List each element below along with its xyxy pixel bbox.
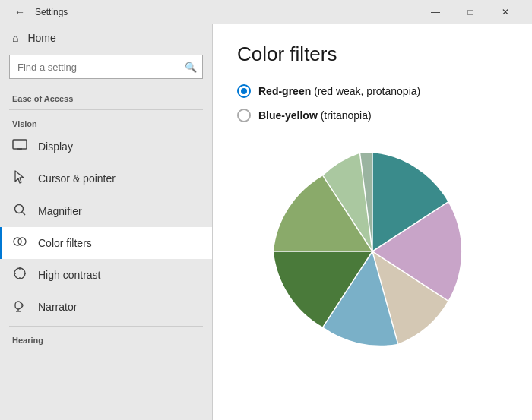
sidebar: ⌂ Home 🔍 Ease of Access Vision Display [0, 24, 213, 420]
high-contrast-label: High contrast [38, 269, 100, 281]
svg-point-7 [14, 268, 25, 279]
radio-blue-yellow-indicator [237, 109, 251, 122]
sidebar-item-magnifier[interactable]: Magnifier [0, 195, 212, 227]
svg-point-3 [15, 205, 24, 213]
radio-red-green[interactable]: Red-green (red weak, protanopia) [237, 84, 508, 98]
sidebar-home[interactable]: ⌂ Home [0, 24, 212, 52]
narrator-label: Narrator [38, 301, 77, 313]
vision-heading: Vision [0, 113, 212, 131]
cursor-icon [12, 169, 27, 188]
high-contrast-icon [12, 267, 27, 283]
svg-rect-12 [15, 302, 21, 309]
pie-chart-container [237, 137, 508, 365]
title-bar: ← Settings — □ ✕ [0, 0, 532, 24]
ease-of-access-heading: Ease of Access [0, 88, 212, 106]
close-button[interactable]: ✕ [488, 0, 523, 24]
radio-blue-yellow[interactable]: Blue-yellow (tritanopia) [237, 109, 508, 122]
display-label: Display [38, 141, 73, 153]
narrator-icon [12, 298, 27, 315]
maximize-button[interactable]: □ [453, 0, 488, 24]
svg-point-6 [18, 238, 26, 245]
window-controls: — □ ✕ [418, 0, 523, 24]
sidebar-item-narrator[interactable]: Narrator [0, 291, 212, 323]
back-button[interactable]: ← [9, 2, 30, 23]
sidebar-item-color-filters[interactable]: Color filters [0, 227, 212, 259]
svg-line-4 [23, 213, 26, 216]
svg-rect-0 [13, 140, 27, 149]
search-input[interactable] [9, 55, 203, 79]
radio-red-green-label: Red-green (red weak, protanopia) [258, 85, 420, 97]
main-layout: ⌂ Home 🔍 Ease of Access Vision Display [0, 24, 532, 420]
app-title: Settings [35, 7, 418, 17]
magnifier-label: Magnifier [38, 205, 82, 217]
cursor-label: Cursor & pointer [38, 172, 116, 185]
sidebar-item-high-contrast[interactable]: High contrast [0, 259, 212, 291]
search-icon: 🔍 [185, 62, 197, 73]
content-area: Color filters Red-green (red weak, prota… [213, 24, 532, 420]
minimize-button[interactable]: — [418, 0, 453, 24]
sidebar-item-cursor[interactable]: Cursor & pointer [0, 162, 212, 195]
search-container: 🔍 [9, 55, 203, 79]
divider-2 [9, 326, 203, 327]
sidebar-item-display[interactable]: Display [0, 131, 212, 162]
display-icon [12, 139, 27, 154]
divider-1 [9, 109, 203, 110]
color-filters-label: Color filters [38, 237, 92, 249]
color-wheel-chart [258, 137, 486, 365]
magnifier-icon [12, 203, 27, 219]
svg-point-5 [14, 238, 21, 245]
radio-red-green-indicator [237, 84, 251, 98]
page-title: Color filters [237, 43, 508, 66]
color-filters-icon [12, 235, 27, 251]
radio-blue-yellow-label: Blue-yellow (tritanopia) [258, 109, 372, 122]
home-icon: ⌂ [12, 32, 18, 44]
hearing-heading: Hearing [0, 330, 212, 348]
home-label: Home [27, 32, 55, 44]
